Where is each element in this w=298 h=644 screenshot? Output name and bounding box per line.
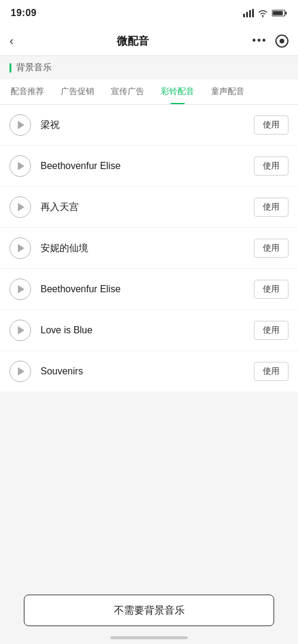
play-button-2[interactable]: [10, 196, 31, 218]
status-icons: [243, 9, 287, 17]
music-name-4: Beethovenfur Elise: [41, 284, 254, 295]
play-icon-5: [18, 326, 24, 334]
tab-cailingpeiyin[interactable]: 彩铃配音: [153, 79, 203, 104]
status-time: 19:09: [11, 8, 36, 18]
svg-rect-3: [252, 9, 254, 17]
back-button[interactable]: ‹: [10, 34, 14, 48]
list-item: 梁祝 使用: [0, 105, 298, 146]
tab-guanggaocuxiao[interactable]: 广告促销: [52, 79, 103, 104]
music-name-0: 梁祝: [41, 119, 254, 132]
list-item: Love is Blue 使用: [0, 310, 298, 351]
use-button-5[interactable]: 使用: [254, 321, 288, 340]
music-name-1: Beethovenfur Elise: [41, 161, 254, 171]
play-button-6[interactable]: [10, 361, 31, 382]
use-button-1[interactable]: 使用: [254, 157, 288, 176]
status-bar: 19:09: [0, 0, 298, 26]
tab-tongshengpeiyin[interactable]: 童声配音: [203, 79, 253, 104]
home-indicator: [110, 636, 188, 639]
use-button-3[interactable]: 使用: [254, 239, 288, 258]
use-button-6[interactable]: 使用: [254, 362, 288, 381]
section-title: 背景音乐: [16, 62, 52, 73]
play-button-0[interactable]: [10, 114, 31, 136]
use-button-2[interactable]: 使用: [254, 198, 288, 217]
play-button-5[interactable]: [10, 320, 31, 341]
play-icon-3: [18, 244, 24, 252]
music-name-2: 再入天宫: [41, 201, 254, 214]
svg-rect-5: [285, 12, 287, 15]
play-icon-1: [18, 162, 24, 170]
music-name-3: 安妮的仙境: [41, 242, 254, 255]
music-name-5: Love is Blue: [41, 325, 254, 336]
play-icon-2: [18, 203, 24, 211]
use-button-0[interactable]: 使用: [254, 115, 288, 135]
list-item: 安妮的仙境 使用: [0, 228, 298, 269]
more-button[interactable]: •••: [252, 35, 267, 47]
bottom-area: 不需要背景音乐: [0, 595, 298, 626]
nav-title: 微配音: [117, 34, 149, 48]
music-name-6: Souvenirs: [41, 366, 254, 377]
svg-rect-1: [246, 12, 248, 17]
svg-rect-0: [243, 14, 245, 17]
svg-rect-2: [249, 10, 251, 17]
section-header: 背景音乐: [0, 56, 298, 79]
play-button-3[interactable]: [10, 237, 31, 259]
use-button-4[interactable]: 使用: [254, 280, 288, 299]
play-icon-6: [18, 367, 24, 376]
record-button[interactable]: [275, 35, 288, 48]
battery-icon: [272, 9, 287, 17]
tab-peiyintuijian[interactable]: 配音推荐: [2, 79, 52, 104]
tabs-container: 配音推荐 广告促销 宣传广告 彩铃配音 童声配音: [0, 79, 298, 105]
list-item: Souvenirs 使用: [0, 351, 298, 392]
play-icon-4: [18, 285, 24, 293]
list-item: Beethovenfur Elise 使用: [0, 146, 298, 187]
list-item: 再入天宫 使用: [0, 187, 298, 228]
tab-xuanchuanguanggao[interactable]: 宣传广告: [103, 79, 153, 104]
play-button-4[interactable]: [10, 279, 31, 300]
signal-icon: [243, 9, 254, 17]
music-list: 梁祝 使用 Beethovenfur Elise 使用 再入天宫 使用 安妮的仙…: [0, 105, 298, 392]
svg-rect-6: [273, 11, 283, 15]
section-indicator: [10, 63, 11, 73]
play-button-1[interactable]: [10, 155, 31, 177]
nav-right: •••: [252, 35, 288, 48]
list-item: Beethovenfur Elise 使用: [0, 269, 298, 310]
no-music-button[interactable]: 不需要背景音乐: [24, 595, 274, 626]
nav-bar: ‹ 微配音 •••: [0, 26, 298, 56]
play-icon-0: [18, 121, 24, 129]
record-icon: [280, 39, 284, 43]
wifi-icon: [257, 9, 268, 17]
